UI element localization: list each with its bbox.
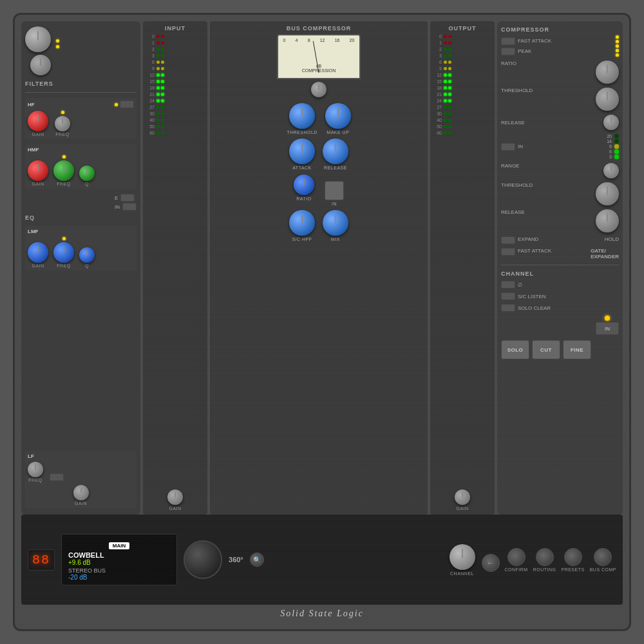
- comp-ratio-knob[interactable]: [596, 61, 619, 84]
- comp-threshold-knob[interactable]: [596, 88, 619, 111]
- comp-in-toggle[interactable]: [501, 143, 515, 151]
- gate-fast-attack-toggle[interactable]: [501, 248, 515, 256]
- top-filter-knob-1[interactable]: [25, 26, 51, 52]
- ratio-knob[interactable]: [294, 175, 314, 195]
- cut-btn[interactable]: CUT: [532, 340, 560, 359]
- hmf-freq-label: FREQ: [57, 182, 70, 186]
- eq-in-toggle[interactable]: [122, 203, 137, 211]
- hmf-q-label: Q: [85, 182, 89, 186]
- output-gain-knob[interactable]: [455, 489, 470, 505]
- output-title: OUTPUT: [449, 25, 477, 32]
- input-meter-section: INPUT 0 1 2 3 6 9 12 15 18 21 24: [143, 21, 207, 515]
- phase-toggle[interactable]: [501, 281, 515, 289]
- mix-label: MIX: [331, 237, 340, 242]
- bottom-section: 88 MAIN COWBELL +9.6 dB STEREO BUS -20 d…: [21, 515, 623, 605]
- presets-label: PRESETS: [561, 567, 584, 572]
- channel-name-display: MAIN COWBELL +9.6 dB STEREO BUS -20 dB: [61, 534, 177, 585]
- comp-in-label: IN: [332, 202, 337, 206]
- channel-select-knob[interactable]: [450, 544, 475, 570]
- channel-name: COWBELL: [68, 551, 170, 559]
- lmf-freq-knob[interactable]: [53, 242, 74, 263]
- mix-knob[interactable]: [323, 210, 348, 236]
- expand-toggle[interactable]: [501, 236, 515, 244]
- eq-e-toggle[interactable]: [120, 194, 135, 202]
- filters-label: FILTERS: [25, 80, 137, 87]
- solo-cut-fine-row: SOLO CUT FINE: [501, 340, 619, 359]
- hf-freq-label: FREQ: [55, 132, 69, 137]
- sc-hpf-knob[interactable]: [289, 210, 315, 236]
- routing-btn[interactable]: [536, 548, 554, 566]
- solo-clear-toggle[interactable]: [501, 304, 515, 312]
- threshold-label: THRESHOLD: [287, 130, 317, 135]
- bus-comp-section: BUS COMPRESSOR 048121620 dB COMPRESSION: [210, 21, 428, 515]
- lf-freq-knob[interactable]: [28, 462, 43, 477]
- solo-btn[interactable]: SOLO: [501, 340, 529, 359]
- hf-toggle[interactable]: [120, 100, 134, 108]
- back-btn[interactable]: ←: [482, 554, 500, 572]
- release-label: RELEASE: [324, 166, 347, 170]
- channel-in-btn[interactable]: IN: [596, 322, 619, 335]
- fine-btn[interactable]: FINE: [563, 340, 591, 359]
- hf-freq-knob[interactable]: [55, 116, 70, 131]
- sc-listen-toggle[interactable]: [501, 292, 515, 300]
- lf-freq-label: FREQ: [28, 478, 42, 482]
- pan-knob[interactable]: [184, 540, 222, 579]
- lmf-label: LMF: [28, 229, 38, 234]
- hf-gain-knob[interactable]: [28, 111, 48, 131]
- input-gain-knob[interactable]: [167, 489, 183, 505]
- fast-attack-toggle[interactable]: [501, 37, 515, 45]
- channel-db: +9.6 dB: [68, 559, 170, 566]
- output-gain-label: GAIN: [456, 506, 468, 511]
- gate-release-knob[interactable]: [596, 209, 619, 232]
- hmf-label: HMF: [28, 147, 39, 153]
- lmf-q-label: Q: [85, 263, 89, 268]
- hmf-freq-knob[interactable]: [53, 160, 74, 181]
- lmf-gain-label: GAIN: [32, 263, 44, 268]
- lf-gain-knob[interactable]: [73, 485, 89, 500]
- channel-in-led: [605, 316, 610, 321]
- lmf-gain-knob[interactable]: [28, 242, 48, 263]
- makeup-knob[interactable]: [325, 103, 351, 129]
- attack-label: ATTACK: [292, 166, 312, 170]
- stereo-bus-db: -20 dB: [68, 574, 170, 581]
- hmf-gain-label: GAIN: [32, 182, 44, 186]
- comp-range-knob[interactable]: [603, 163, 619, 178]
- bus-comp-nav-label: BUS COMP: [590, 567, 616, 572]
- sc-hpf-label: S/C HPF: [292, 237, 312, 242]
- lf-gain-label: GAIN: [75, 501, 87, 506]
- hmf-gain-knob[interactable]: [28, 160, 48, 181]
- hmf-q-knob[interactable]: [79, 166, 95, 181]
- magnify-btn[interactable]: 🔍: [250, 553, 264, 567]
- comp-in-btn[interactable]: [325, 181, 344, 200]
- output-meter-section: OUTPUT 0 1 2 3 6 9 12 15 18 21 24 27: [430, 21, 495, 515]
- channel-title: CHANNEL: [501, 270, 619, 277]
- vu-scale: 048121620: [278, 38, 359, 43]
- lmf-q-knob[interactable]: [79, 247, 95, 263]
- confirm-btn[interactable]: [507, 548, 526, 566]
- channel-knob-label: CHANNEL: [450, 571, 474, 576]
- ssl-unit: FILTERS HF GAIN: [13, 13, 631, 631]
- confirm-label: CONFIRM: [505, 567, 528, 572]
- ratio-label: RATIO: [296, 196, 311, 201]
- routing-label: ROUTING: [533, 567, 556, 572]
- lf-label: LF: [28, 453, 34, 459]
- bus-comp-nav-btn[interactable]: [594, 548, 612, 566]
- release-knob[interactable]: [323, 138, 348, 164]
- threshold-knob[interactable]: [289, 103, 315, 129]
- right-section: COMPRESSOR FAST ATTACK PEAK: [497, 21, 623, 515]
- comp-release-knob[interactable]: [603, 115, 619, 130]
- gate-threshold-knob[interactable]: [596, 182, 619, 205]
- vu-trim-knob[interactable]: [311, 82, 327, 97]
- top-filter-knob-2[interactable]: [30, 55, 51, 75]
- vu-meter: 048121620 dB COMPRESSION: [277, 34, 361, 79]
- peak-toggle[interactable]: [501, 48, 515, 55]
- presets-btn[interactable]: [564, 548, 582, 566]
- stereo-bus-label: STEREO BUS: [68, 567, 170, 574]
- eq-label: EQ: [25, 214, 137, 221]
- input-scale: 0 1 2 3 6 9 12 15 18 21 24 27 30 40: [146, 34, 205, 135]
- lf-toggle[interactable]: [50, 473, 64, 481]
- attack-knob[interactable]: [289, 138, 315, 164]
- eq-section: FILTERS HF GAIN: [21, 21, 140, 515]
- degree-display: 360°: [229, 556, 243, 564]
- bus-comp-title: BUS COMPRESSOR: [287, 25, 352, 32]
